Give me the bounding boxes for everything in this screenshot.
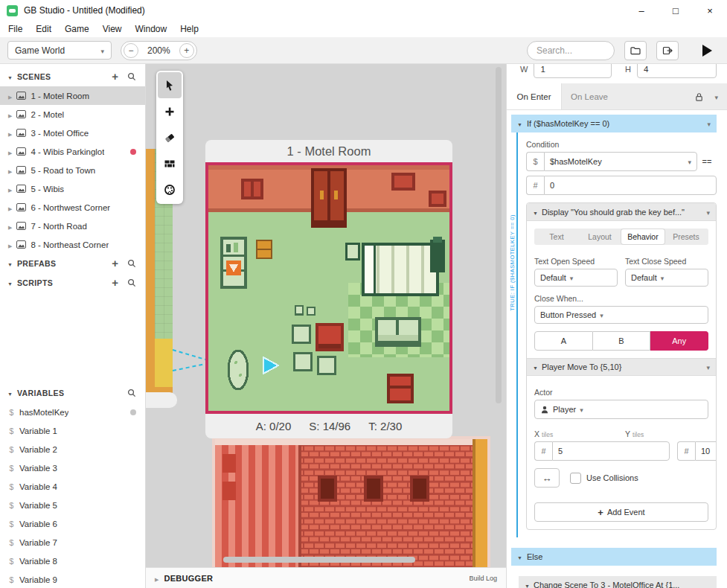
- export-button[interactable]: [656, 41, 679, 60]
- button-option-b[interactable]: B: [593, 331, 651, 351]
- variable-item[interactable]: $Variable 3: [0, 458, 145, 477]
- select-tool-button[interactable]: [158, 72, 182, 98]
- run-button[interactable]: [702, 45, 712, 57]
- expand-icon[interactable]: [8, 203, 12, 212]
- chevron-down-icon[interactable]: [714, 92, 718, 102]
- tab-text[interactable]: Text: [535, 229, 578, 244]
- view-selector[interactable]: Game World: [7, 41, 112, 60]
- zoom-in-button[interactable]: +: [179, 43, 194, 58]
- scene-item[interactable]: 2 - Motel: [0, 105, 145, 124]
- menu-window[interactable]: Window: [129, 24, 174, 34]
- scene-item[interactable]: 5 - Wibis: [0, 179, 145, 198]
- expand-icon[interactable]: [8, 147, 12, 156]
- scene-item[interactable]: 8 - Northeast Corner: [0, 235, 145, 254]
- add-tool-button[interactable]: [158, 98, 182, 124]
- width-field[interactable]: [534, 64, 612, 78]
- add-prefab-button[interactable]: [112, 258, 118, 269]
- search-input[interactable]: [527, 41, 615, 60]
- tab-on-enter[interactable]: On Enter: [507, 83, 562, 109]
- search-icon[interactable]: [127, 259, 136, 268]
- variable-select[interactable]: $hasMotelKey: [544, 152, 697, 171]
- colorize-tool-button[interactable]: [158, 176, 182, 202]
- scene-item[interactable]: 7 - North Road: [0, 217, 145, 235]
- menu-view[interactable]: View: [96, 24, 129, 34]
- menu-edit[interactable]: Edit: [29, 24, 58, 34]
- height-field[interactable]: [637, 64, 717, 78]
- y-field[interactable]: [695, 441, 717, 461]
- variable-item[interactable]: $Variable 8: [0, 552, 145, 570]
- tab-presets[interactable]: Presets: [664, 229, 708, 244]
- move-type-button[interactable]: ↔: [534, 468, 560, 488]
- world-canvas[interactable]: 1 - Motel Room: [146, 64, 506, 567]
- move-event-header[interactable]: Player Move To {5,10}: [527, 358, 716, 376]
- zoom-out-button[interactable]: −: [124, 43, 138, 58]
- variable-item[interactable]: $Variable 9: [0, 570, 145, 588]
- expand-icon[interactable]: [8, 92, 12, 100]
- variable-item[interactable]: $Variable 1: [0, 421, 145, 440]
- operator-value[interactable]: ==: [697, 157, 717, 166]
- if-event-header[interactable]: If ($hasMotelKey == 0): [511, 115, 717, 132]
- scene-motel-room[interactable]: 1 - Motel Room: [205, 140, 452, 438]
- variables-section-header[interactable]: VARIABLES: [0, 383, 145, 403]
- eraser-tool-button[interactable]: [158, 124, 182, 150]
- menu-game[interactable]: Game: [58, 24, 96, 34]
- scene-item[interactable]: 3 - Motel Office: [0, 124, 145, 142]
- close-when-select[interactable]: Button Pressed: [534, 306, 708, 324]
- expand-icon[interactable]: [8, 110, 12, 119]
- change-scene-event[interactable]: Change Scene To 3 - MotelOffice At {1...: [519, 576, 717, 588]
- variable-item[interactable]: $hasMotelKey: [0, 403, 145, 421]
- menu-file[interactable]: File: [1, 24, 29, 34]
- search-icon[interactable]: [127, 72, 136, 81]
- build-log-link[interactable]: Build Log: [469, 575, 497, 582]
- display-event-header[interactable]: Display "You should grab the key bef...": [527, 203, 716, 221]
- expand-icon[interactable]: [8, 222, 12, 231]
- expand-icon[interactable]: [8, 129, 12, 138]
- variable-item[interactable]: $Variable 5: [0, 496, 145, 514]
- lock-icon[interactable]: [694, 92, 704, 102]
- menu-help[interactable]: Help: [173, 24, 205, 34]
- variable-item[interactable]: $Variable 7: [0, 533, 145, 552]
- scripts-section-header[interactable]: SCRIPTS: [0, 273, 145, 293]
- button-option-a[interactable]: A: [534, 331, 593, 351]
- search-icon[interactable]: [127, 389, 136, 397]
- close-button[interactable]: ×: [693, 0, 727, 21]
- collapse-icon: [7, 258, 13, 269]
- canvas-horizontal-scrollbar[interactable]: [223, 557, 415, 563]
- x-field[interactable]: [552, 441, 670, 461]
- scene-item[interactable]: 6 - Northwest Corner: [0, 198, 145, 217]
- minimize-button[interactable]: –: [624, 0, 659, 21]
- else-header[interactable]: Else: [511, 548, 717, 566]
- button-option-any[interactable]: Any: [650, 331, 708, 351]
- tab-layout[interactable]: Layout: [578, 229, 621, 244]
- expand-icon[interactable]: [8, 185, 12, 194]
- add-script-button[interactable]: [112, 277, 118, 289]
- debugger-bar[interactable]: DEBUGGER Build Log: [146, 567, 506, 588]
- close-speed-select[interactable]: Default: [625, 269, 708, 287]
- collisions-tool-button[interactable]: [158, 150, 182, 176]
- scene-name-label[interactable]: 1 - Motel Room: [205, 140, 452, 162]
- maximize-button[interactable]: □: [659, 0, 693, 21]
- tab-on-leave[interactable]: On Leave: [562, 83, 617, 109]
- expand-icon[interactable]: [8, 166, 12, 175]
- use-collisions-checkbox[interactable]: [570, 473, 581, 484]
- tab-behavior[interactable]: Behavior: [621, 229, 664, 244]
- canvas-vertical-scrollbar[interactable]: [496, 67, 502, 403]
- add-scene-button[interactable]: [112, 71, 118, 83]
- scene-item[interactable]: 4 - Wibis Parkinglot: [0, 142, 145, 161]
- prefabs-section-header[interactable]: PREFABS: [0, 254, 145, 273]
- expand-icon[interactable]: [8, 240, 12, 249]
- condition-value-field[interactable]: [544, 176, 717, 195]
- open-speed-select[interactable]: Default: [534, 269, 618, 287]
- scenes-section-header[interactable]: SCENES: [0, 67, 145, 86]
- scene-item[interactable]: 1 - Motel Room: [0, 86, 145, 105]
- variable-item[interactable]: $Variable 6: [0, 514, 145, 533]
- scene-frame[interactable]: [205, 162, 452, 414]
- variable-item[interactable]: $Variable 4: [0, 477, 145, 496]
- variable-item[interactable]: $Variable 2: [0, 440, 145, 458]
- open-project-button[interactable]: [624, 41, 647, 60]
- scene-item[interactable]: 5 - Road to Town: [0, 161, 145, 179]
- add-event-button[interactable]: Add Event: [534, 502, 708, 522]
- actor-select[interactable]: Player: [534, 400, 708, 419]
- scene-motel-exterior[interactable]: [212, 436, 490, 567]
- search-icon[interactable]: [127, 278, 136, 287]
